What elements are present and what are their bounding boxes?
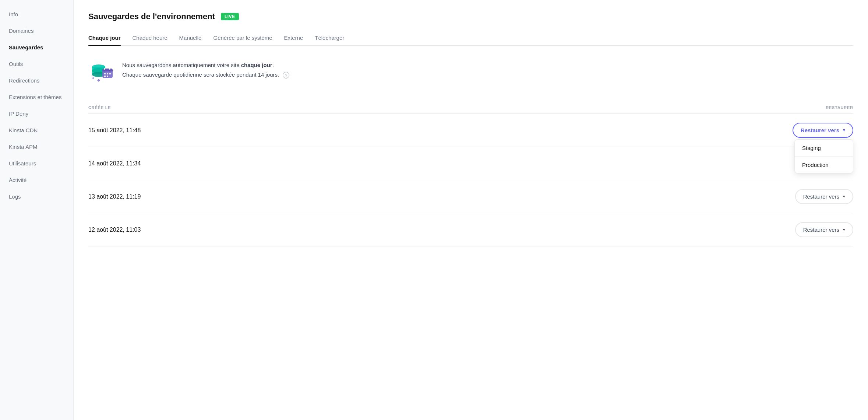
info-text-line1: Nous sauvegardons automatiquement votre … <box>122 62 274 68</box>
backup-row-2: 14 août 2022, 11:34Restaurer vers ▾ <box>88 147 853 180</box>
restore-button-3[interactable]: Restaurer vers ▾ <box>795 189 853 204</box>
info-box: Nous sauvegardons automatiquement votre … <box>88 56 853 88</box>
chevron-down-icon: ▾ <box>843 227 845 232</box>
restore-btn-label-1: Restaurer vers <box>801 127 839 133</box>
info-text-line2: Chaque sauvegarde quotidienne sera stock… <box>122 71 289 78</box>
restore-btn-label-3: Restaurer vers <box>803 193 839 200</box>
backup-date-4: 12 août 2022, 11:03 <box>88 227 141 233</box>
restore-container-3: Restaurer vers ▾ <box>795 189 853 204</box>
backup-row-4: 12 août 2022, 11:03Restaurer vers ▾ <box>88 213 853 246</box>
svg-rect-7 <box>102 70 113 71</box>
svg-marker-15 <box>97 79 100 82</box>
restore-container-4: Restaurer vers ▾ <box>795 222 853 237</box>
sidebar-item-kinsta-cdn[interactable]: Kinsta CDN <box>0 122 73 139</box>
sidebar-item-ip-deny[interactable]: IP Deny <box>0 105 73 122</box>
sidebar-item-sauvegardes[interactable]: Sauvegardes <box>0 39 73 56</box>
sidebar-item-extensions[interactable]: Extensions et thèmes <box>0 89 73 105</box>
restore-dropdown-1: StagingProduction <box>794 139 853 174</box>
tab-chaque-jour[interactable]: Chaque jour <box>88 32 121 45</box>
backup-row-1: 15 août 2022, 11:48Restaurer vers ▾Stagi… <box>88 114 853 147</box>
sidebar-item-domaines[interactable]: Domaines <box>0 22 73 39</box>
chevron-down-icon: ▾ <box>843 194 845 199</box>
sidebar-item-outils[interactable]: Outils <box>0 56 73 72</box>
svg-rect-12 <box>107 76 108 77</box>
sidebar-item-info[interactable]: Info <box>0 6 73 22</box>
tab-manuelle[interactable]: Manuelle <box>179 32 202 45</box>
sidebar-item-activite[interactable]: Activité <box>0 172 73 188</box>
live-badge: LIVE <box>221 13 239 20</box>
dropdown-production[interactable]: Production <box>795 156 853 173</box>
chevron-down-icon: ▾ <box>843 128 845 133</box>
tabs-bar: Chaque jourChaque heureManuelleGénérée p… <box>88 32 853 46</box>
tab-telecharger[interactable]: Télécharger <box>315 32 344 45</box>
backup-row-3: 13 août 2022, 11:19Restaurer vers ▾ <box>88 180 853 213</box>
restore-button-1[interactable]: Restaurer vers ▾ <box>793 123 853 138</box>
sidebar-item-utilisateurs[interactable]: Utilisateurs <box>0 155 73 172</box>
svg-point-13 <box>104 68 105 70</box>
restore-container-1: Restaurer vers ▾StagingProduction <box>793 123 853 138</box>
info-description: Nous sauvegardons automatiquement votre … <box>122 59 289 79</box>
page-title: Sauvegardes de l'environnement <box>88 12 215 21</box>
restore-button-4[interactable]: Restaurer vers ▾ <box>795 222 853 237</box>
dropdown-staging[interactable]: Staging <box>795 140 853 156</box>
main-content: Sauvegardes de l'environnement LIVE Chaq… <box>74 0 868 420</box>
svg-marker-16 <box>92 77 94 79</box>
svg-rect-10 <box>109 73 111 74</box>
sidebar-item-redirections[interactable]: Redirections <box>0 72 73 89</box>
restore-btn-label-4: Restaurer vers <box>803 227 839 233</box>
backup-icon <box>88 59 115 85</box>
backup-date-3: 13 août 2022, 11:19 <box>88 193 141 200</box>
col-created-header: CRÉÉE LE <box>88 105 111 110</box>
backup-rows: 15 août 2022, 11:48Restaurer vers ▾Stagi… <box>88 114 853 246</box>
svg-rect-8 <box>104 73 106 74</box>
col-restore-header: RESTAURER <box>826 105 853 110</box>
svg-point-14 <box>109 68 110 70</box>
sidebar: InfoDomainesSauvegardesOutilsRedirection… <box>0 0 74 420</box>
backup-date-1: 15 août 2022, 11:48 <box>88 127 141 134</box>
table-header: CRÉÉE LE RESTAURER <box>88 102 853 114</box>
tab-externe[interactable]: Externe <box>284 32 303 45</box>
tab-chaque-heure[interactable]: Chaque heure <box>133 32 167 45</box>
backup-date-2: 14 août 2022, 11:34 <box>88 160 141 167</box>
tab-generee[interactable]: Générée par le système <box>213 32 272 45</box>
page-header: Sauvegardes de l'environnement LIVE <box>88 12 853 21</box>
info-help-icon[interactable]: ? <box>283 72 289 78</box>
sidebar-item-kinsta-apm[interactable]: Kinsta APM <box>0 139 73 155</box>
sidebar-item-logs[interactable]: Logs <box>0 188 73 205</box>
svg-rect-9 <box>107 73 108 74</box>
svg-rect-11 <box>104 76 106 77</box>
